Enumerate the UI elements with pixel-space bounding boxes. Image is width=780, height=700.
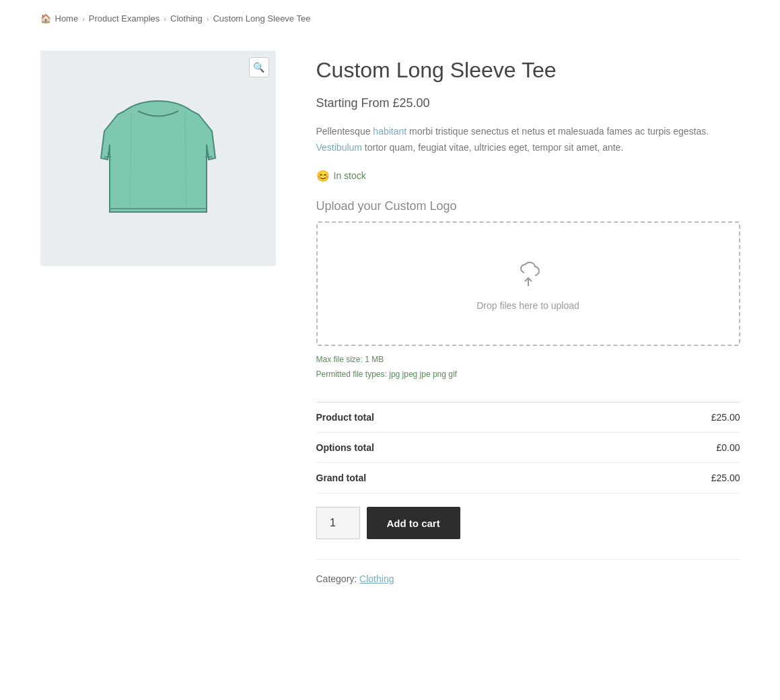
stock-text: In stock [334,170,366,181]
options-total-value: £0.00 [716,442,740,453]
breadcrumb-sep-2: › [164,15,166,23]
upload-max-size: Max file size: 1 MB [316,353,740,368]
product-title: Custom Long Sleeve Tee [316,57,740,83]
product-image-wrapper: 🔍 [40,50,276,266]
product-image-svg [84,77,232,239]
category-label: Category: [316,573,357,584]
totals-section: Product total £25.00 Options total £0.00… [316,402,740,493]
stock-status: 😊 In stock [316,170,740,182]
desc-link-habitant[interactable]: habitant [373,126,406,137]
cart-row: Add to cart [316,507,740,539]
options-total-label: Options total [316,442,374,453]
home-icon: 🏠 [40,13,51,24]
breadcrumb-sep-1: › [82,15,85,23]
product-image-column: 🔍 [40,50,276,266]
grand-total-label: Grand total [316,473,367,483]
product-price: Starting From £25.00 [316,96,740,110]
grand-total-value: £25.00 [711,473,740,483]
breadcrumb-sep-3: › [207,15,209,23]
product-layout: 🔍 [40,50,740,584]
product-details-column: Custom Long Sleeve Tee Starting From £25… [316,50,740,584]
upload-meta: Max file size: 1 MB Permitted file types… [316,353,740,382]
upload-permitted-types: Permitted file types: jpg jpeg jpe png g… [316,368,740,382]
product-total-value: £25.00 [711,412,740,423]
product-description: Pellentesque habitant morbi tristique se… [316,124,740,156]
zoom-button[interactable]: 🔍 [249,57,269,77]
breadcrumb-home[interactable]: Home [55,13,79,24]
upload-section-label: Upload your Custom Logo [316,199,740,213]
upload-dropzone[interactable]: Drop files here to upload [316,221,740,346]
options-total-row: Options total £0.00 [316,433,740,463]
breadcrumb-product-examples[interactable]: Product Examples [89,13,160,24]
grand-total-row: Grand total £25.00 [316,463,740,493]
product-category: Category: Clothing [316,559,740,584]
product-total-label: Product total [316,412,374,423]
quantity-input[interactable] [316,507,360,539]
zoom-icon: 🔍 [253,62,264,73]
breadcrumb: 🏠 Home › Product Examples › Clothing › C… [40,13,740,24]
breadcrumb-clothing[interactable]: Clothing [170,13,203,24]
add-to-cart-button[interactable]: Add to cart [367,507,460,539]
breadcrumb-current: Custom Long Sleeve Tee [213,13,310,24]
desc-text-1: Pellentesque [316,126,374,137]
upload-drop-text: Drop files here to upload [331,300,725,311]
desc-text-3: tortor quam, feugiat vitae, ultricies eg… [362,142,623,153]
product-total-row: Product total £25.00 [316,403,740,433]
stock-icon: 😊 [316,170,330,182]
desc-link-vestibulum[interactable]: Vestibulum [316,142,362,153]
upload-cloud-icon [331,256,725,292]
category-link[interactable]: Clothing [359,573,394,584]
desc-text-2: morbi tristique senectus et netus et mal… [406,126,709,137]
